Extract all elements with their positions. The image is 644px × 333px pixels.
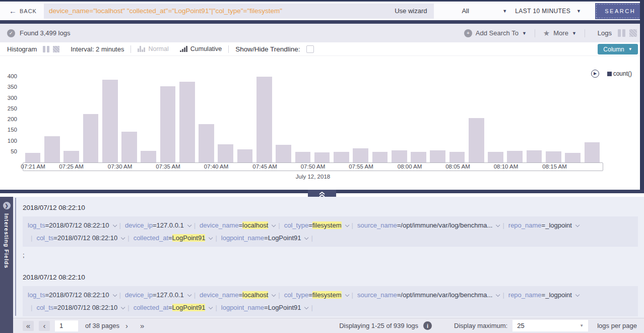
field-dropdown-icon[interactable] bbox=[209, 236, 213, 240]
next-page-button[interactable]: › bbox=[125, 321, 128, 330]
trendline-checkbox[interactable] bbox=[306, 45, 314, 53]
histogram-bar[interactable] bbox=[565, 153, 581, 162]
histogram-bar[interactable] bbox=[199, 124, 214, 162]
field-value[interactable]: localhost bbox=[242, 221, 268, 229]
search-query-input[interactable]: device_name="localhost" "collected_at"="… bbox=[44, 4, 434, 19]
histogram-bar[interactable] bbox=[449, 152, 465, 162]
histogram-bar[interactable] bbox=[44, 136, 60, 162]
field-key[interactable]: device_name bbox=[200, 221, 238, 229]
field-dropdown-icon[interactable] bbox=[575, 223, 579, 227]
field-dropdown-icon[interactable] bbox=[496, 223, 500, 227]
field-dropdown-icon[interactable] bbox=[187, 293, 191, 297]
histogram-bar[interactable] bbox=[63, 151, 79, 162]
field-value[interactable]: /opt/immune/var/log/benchma... bbox=[401, 291, 492, 299]
histogram-bar[interactable] bbox=[295, 152, 311, 162]
field-dropdown-icon[interactable] bbox=[272, 293, 276, 297]
histogram-bar[interactable] bbox=[256, 77, 272, 162]
field-key[interactable]: log_ts bbox=[28, 291, 45, 299]
field-value[interactable]: localhost bbox=[242, 291, 268, 299]
field-key[interactable]: logpoint_name bbox=[221, 304, 264, 311]
field-key[interactable]: collected_at bbox=[134, 304, 168, 311]
first-page-button[interactable]: « bbox=[23, 321, 34, 331]
play-icon[interactable]: ▶ bbox=[591, 70, 599, 78]
normal-mode-button[interactable]: Normal bbox=[138, 45, 168, 52]
field-value[interactable]: 127.0.0.1 bbox=[157, 221, 184, 229]
field-value[interactable]: LogPoint91 bbox=[172, 304, 206, 311]
histogram-bar[interactable] bbox=[102, 80, 118, 162]
field-key[interactable]: logpoint_name bbox=[221, 234, 264, 242]
field-key[interactable]: collected_at bbox=[134, 234, 168, 242]
previous-page-button[interactable]: ‹ bbox=[39, 321, 50, 331]
field-dropdown-icon[interactable] bbox=[345, 223, 349, 227]
histogram-bar[interactable] bbox=[83, 114, 99, 162]
last-page-button[interactable]: » bbox=[140, 321, 144, 330]
histogram-bar[interactable] bbox=[353, 148, 368, 162]
field-dropdown-icon[interactable] bbox=[272, 223, 276, 227]
grid-view-icon[interactable] bbox=[53, 46, 59, 52]
field-value[interactable]: 127.0.0.1 bbox=[157, 291, 184, 299]
field-key[interactable]: repo_name bbox=[508, 221, 542, 229]
histogram-bar[interactable] bbox=[392, 150, 407, 162]
field-key[interactable]: source_name bbox=[357, 221, 397, 229]
field-dropdown-icon[interactable] bbox=[496, 293, 500, 297]
field-key[interactable]: device_ip bbox=[125, 291, 153, 299]
add-search-to-dropdown[interactable]: + Add Search To ▼ bbox=[464, 29, 527, 37]
field-value[interactable]: filesystem bbox=[312, 291, 342, 299]
field-key[interactable]: repo_name bbox=[508, 291, 542, 299]
search-button[interactable]: SEARCH bbox=[596, 4, 644, 18]
field-key[interactable]: col_ts bbox=[36, 234, 53, 242]
interesting-fields-panel[interactable]: ❯ Interesting Fields bbox=[0, 197, 13, 333]
field-dropdown-icon[interactable] bbox=[209, 305, 213, 309]
field-value[interactable]: 2018/07/12 08:22:10 bbox=[57, 304, 117, 311]
histogram-bar[interactable] bbox=[276, 145, 291, 162]
field-value[interactable]: 2018/07/12 08:22:10 bbox=[57, 234, 117, 242]
results-scrollbar[interactable] bbox=[15, 198, 16, 316]
field-value[interactable]: LogPoint91 bbox=[268, 304, 301, 311]
field-key[interactable]: device_name bbox=[200, 291, 238, 299]
field-value[interactable]: /opt/immune/var/log/benchma... bbox=[401, 221, 492, 229]
field-dropdown-icon[interactable] bbox=[187, 223, 191, 227]
field-value[interactable]: _logpoint bbox=[545, 291, 572, 299]
histogram-bar[interactable] bbox=[160, 86, 176, 162]
field-key[interactable]: log_ts bbox=[28, 221, 45, 229]
chart-type-dropdown[interactable]: Column ▼ bbox=[598, 44, 638, 54]
field-value[interactable]: 2018/07/12 08:22:10 bbox=[49, 291, 109, 299]
x-axis-time-strip[interactable]: 07:21 AM07:25 AM07:30 AM07:35 AM07:40 AM… bbox=[23, 162, 603, 171]
histogram-bar[interactable] bbox=[25, 153, 41, 162]
histogram-bar[interactable] bbox=[488, 152, 503, 162]
histogram-bar[interactable] bbox=[527, 150, 542, 162]
field-dropdown-icon[interactable] bbox=[121, 236, 125, 240]
field-dropdown-icon[interactable] bbox=[345, 293, 349, 297]
back-button[interactable]: ← BACK bbox=[0, 7, 44, 15]
histogram-bar[interactable] bbox=[141, 151, 156, 162]
field-value[interactable]: 2018/07/12 08:22:10 bbox=[49, 221, 109, 229]
field-value[interactable]: LogPoint91 bbox=[268, 234, 301, 242]
histogram-bar[interactable] bbox=[372, 152, 388, 162]
field-key[interactable]: col_type bbox=[284, 291, 308, 299]
time-range-dropdown[interactable]: LAST 10 MINUTES ▼ bbox=[515, 8, 581, 15]
field-value[interactable]: LogPoint91 bbox=[172, 234, 206, 242]
histogram-bar[interactable] bbox=[411, 152, 426, 162]
field-key[interactable]: col_ts bbox=[36, 304, 53, 311]
display-maximum-select[interactable]: 25 ▼ bbox=[512, 320, 588, 331]
field-key[interactable]: source_name bbox=[357, 291, 397, 299]
histogram-bar[interactable] bbox=[237, 149, 253, 162]
use-wizard-link[interactable]: Use wizard bbox=[395, 7, 427, 15]
field-dropdown-icon[interactable] bbox=[112, 293, 116, 297]
field-value[interactable]: _logpoint bbox=[545, 221, 572, 229]
histogram-bar[interactable] bbox=[179, 82, 195, 162]
field-key[interactable]: col_type bbox=[284, 221, 308, 229]
histogram-bar[interactable] bbox=[507, 151, 523, 162]
page-number-input[interactable] bbox=[55, 320, 78, 331]
field-key[interactable]: device_ip bbox=[125, 221, 153, 229]
search-query-text[interactable]: device_name="localhost" "collected_at"="… bbox=[49, 7, 282, 15]
field-dropdown-icon[interactable] bbox=[575, 293, 579, 297]
histogram-bar[interactable] bbox=[218, 144, 233, 162]
chevron-right-circle-icon[interactable]: ❯ bbox=[3, 202, 11, 209]
info-icon[interactable]: i bbox=[423, 321, 432, 330]
field-dropdown-icon[interactable] bbox=[112, 223, 116, 227]
cumulative-mode-button[interactable]: Cumulative bbox=[180, 45, 222, 52]
histogram-bar[interactable] bbox=[334, 152, 349, 162]
repo-scope-dropdown[interactable]: All ▼ bbox=[462, 7, 507, 15]
field-dropdown-icon[interactable] bbox=[121, 305, 125, 309]
